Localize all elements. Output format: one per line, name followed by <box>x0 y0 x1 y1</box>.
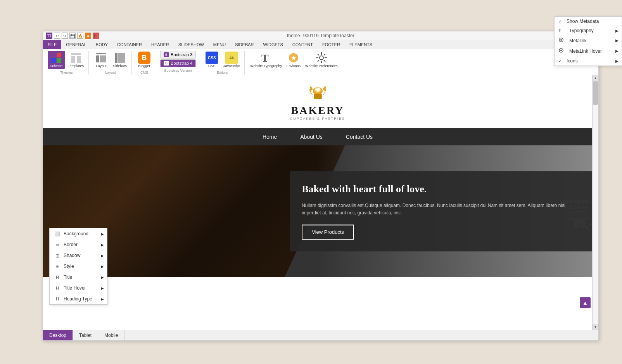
scroll-to-top-button[interactable]: ▲ <box>580 297 591 308</box>
menu-item-shadow[interactable]: ◫ Shadow ▶ <box>50 250 107 261</box>
bootstrap4-badge: B <box>164 61 169 66</box>
favicons-button[interactable]: ★ Favicons <box>285 51 302 69</box>
tab-footer[interactable]: FOOTER <box>318 40 345 49</box>
menu-item-heading-type[interactable]: H Heading Type ▶ <box>50 293 107 304</box>
title-hover-arrow: ▶ <box>101 286 104 290</box>
shadow-arrow: ▶ <box>101 254 104 258</box>
bakery-header: BAKERY CUPCAKES & PASTRIES <box>43 75 592 128</box>
blogger-button[interactable]: B Blogger <box>136 51 153 69</box>
cms-group-label: CMS <box>140 71 148 74</box>
save-icon[interactable]: 💾 <box>69 33 76 39</box>
menu-item-style[interactable]: ≡ Style ▶ <box>50 261 107 272</box>
tab-menu[interactable]: MENU <box>209 40 230 49</box>
javascript-label: JavaScript <box>223 64 240 68</box>
tab-mobile[interactable]: Mobile <box>98 330 124 340</box>
bootstrap-group-label: Bootstrap Version <box>164 69 192 72</box>
svg-rect-1 <box>57 53 61 57</box>
heading-type-icon: H <box>54 296 60 302</box>
view-products-button[interactable]: View Products <box>302 224 354 240</box>
website-typography-button[interactable]: T Website Typography <box>249 51 283 69</box>
hero-overlay: Baked with heart full of love. Nullam di… <box>290 171 592 251</box>
templates-label: Templates <box>68 64 84 68</box>
tab-slideshow[interactable]: SLIDESHOW <box>174 40 209 49</box>
website-preview: BAKERY CUPCAKES & PASTRIES Home About Us… <box>43 75 592 330</box>
sidebars-button[interactable]: Sidebars <box>111 51 128 69</box>
typography-arrow: ▶ <box>615 29 619 33</box>
svg-rect-3 <box>57 58 61 63</box>
preview-area: BAKERY CUPCAKES & PASTRIES Home About Us… <box>43 75 598 330</box>
nav-home[interactable]: Home <box>263 134 277 140</box>
bakery-hero: SUPERDOG W/ SAUSAGE, POTATO & DRESSING 8… <box>43 145 592 277</box>
icons-check: ✓ <box>558 59 562 64</box>
layout-group-label: Layout <box>105 71 116 74</box>
nav-about[interactable]: About Us <box>300 134 323 140</box>
templates-button[interactable]: Templates <box>66 51 85 69</box>
css-button[interactable]: CSS CSS <box>203 51 220 69</box>
bootstrap3-button[interactable]: B Bootstrap 3 <box>160 51 196 59</box>
scheme-icon <box>50 52 62 64</box>
menu-item-typography[interactable]: T Typography ▶ <box>555 26 622 35</box>
editors-group-label: Editors <box>217 71 228 74</box>
menu-item-show-metadata[interactable]: ✓ Show Metadata <box>555 17 622 26</box>
website-preferences-button[interactable]: Website Preferences <box>304 51 339 69</box>
tab-sidebar[interactable]: SIDEBAR <box>230 40 258 49</box>
redo-icon[interactable]: ↪ <box>62 33 68 39</box>
website-preferences-icon <box>315 52 328 64</box>
menu-item-metalink-hover[interactable]: MetaLink Hover ▶ <box>555 46 622 56</box>
menu-item-background[interactable]: ⬜ Background ▶ <box>50 228 107 239</box>
css-label: CSS <box>208 64 216 68</box>
layout-icon <box>95 52 107 64</box>
title-bar: TT ↩ ↪ 💾 🔥 ● 📕 theme--900119-TemplateToa… <box>43 31 598 40</box>
menu-item-metalink[interactable]: Metalink ▶ <box>555 35 622 46</box>
border-label: Border <box>64 242 78 247</box>
tab-body[interactable]: BODY <box>91 40 112 49</box>
ribbon-group-layout: Layout Sidebars Layout <box>90 51 132 74</box>
tab-desktop[interactable]: Desktop <box>43 330 73 340</box>
menu-item-icons[interactable]: ✓ Icons ▶ <box>555 56 622 66</box>
tab-general[interactable]: GENERAL <box>61 40 91 49</box>
scrollbar-track[interactable] <box>593 81 598 324</box>
tab-tablet[interactable]: Tablet <box>73 330 98 340</box>
title-label: Title <box>64 274 72 280</box>
scroll-down-arrow[interactable]: ▼ <box>593 324 598 330</box>
typography-icon: T <box>558 28 565 33</box>
svg-point-40 <box>560 50 562 51</box>
javascript-button[interactable]: JS JavaScript <box>222 51 241 69</box>
tab-content[interactable]: CONTENT <box>288 40 318 49</box>
svg-text:T: T <box>261 52 269 64</box>
tab-widgets[interactable]: WIDGETS <box>259 40 288 49</box>
tab-file[interactable]: FILE <box>43 40 61 49</box>
svg-rect-2 <box>51 58 56 63</box>
nav-contact[interactable]: Contact Us <box>346 134 373 140</box>
bottom-bar: Desktop Tablet Mobile <box>43 330 598 340</box>
undo-icon[interactable]: ↩ <box>54 33 60 39</box>
scroll-up-arrow[interactable]: ▲ <box>593 75 598 81</box>
tab-header[interactable]: HEADER <box>147 40 174 49</box>
menu-item-title-hover[interactable]: H Title Hover ▶ <box>50 283 107 293</box>
ribbon-content: Scheme Templates Themes <box>43 49 598 75</box>
themes-group-label: Themes <box>60 71 73 74</box>
tab-elements[interactable]: ELEMENTS <box>345 40 377 49</box>
scrollbar-thumb[interactable] <box>593 81 598 105</box>
show-metadata-label: Show Metadata <box>567 19 599 24</box>
svg-rect-10 <box>115 53 117 63</box>
style-label: Style <box>64 264 74 269</box>
menu-item-border[interactable]: ▭ Border ▶ <box>50 239 107 250</box>
svg-rect-0 <box>51 53 56 57</box>
tab-container[interactable]: CONTAINER <box>112 40 147 49</box>
icons-label: Icons <box>567 58 578 64</box>
target-icon[interactable]: ● <box>85 33 91 39</box>
bootstrap4-button[interactable]: B Bootstrap 4 <box>160 59 196 67</box>
website-preferences-label: Website Preferences <box>305 64 337 68</box>
fire-icon[interactable]: 🔥 <box>77 33 83 39</box>
svg-rect-5 <box>71 56 75 63</box>
svg-rect-11 <box>118 53 125 63</box>
scheme-button[interactable]: Scheme <box>48 51 65 69</box>
bootstrap-version-selector: B Bootstrap 3 B Bootstrap 4 <box>160 51 196 67</box>
layout-button[interactable]: Layout <box>93 51 110 69</box>
menu-item-title[interactable]: H Title ▶ <box>50 272 107 283</box>
ribbon-tabs: FILE GENERAL BODY CONTAINER HEADER SLIDE… <box>43 40 598 49</box>
record-icon[interactable]: 📕 <box>93 33 99 39</box>
svg-text:★: ★ <box>291 55 296 61</box>
bakery-logo-sub: CUPCAKES & PASTRIES <box>290 117 345 121</box>
